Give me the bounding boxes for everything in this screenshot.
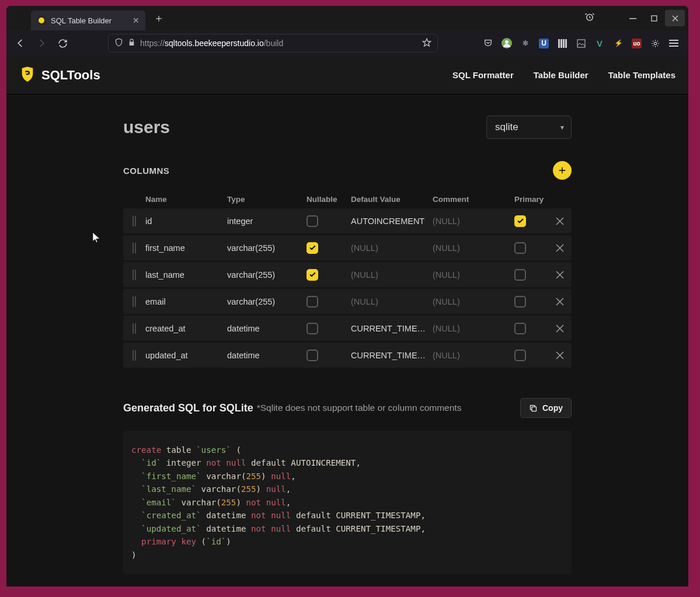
reload-button[interactable] xyxy=(54,35,71,51)
col-name-input[interactable]: id xyxy=(145,217,227,226)
bitwarden-icon[interactable]: U xyxy=(539,39,549,48)
minimize-button[interactable] xyxy=(623,10,643,26)
brand-text: SQLTools xyxy=(41,68,100,83)
svg-rect-6 xyxy=(560,39,562,48)
primary-checkbox[interactable] xyxy=(514,215,526,227)
ext-image-icon[interactable] xyxy=(576,38,586,48)
avatar-icon[interactable] xyxy=(502,38,512,48)
col-comment-input[interactable]: (NULL) xyxy=(433,297,514,306)
nav-builder[interactable]: Table Builder xyxy=(534,70,588,80)
nullable-checkbox[interactable] xyxy=(307,296,318,308)
pocket-icon[interactable] xyxy=(483,38,493,48)
col-comment-input[interactable]: (NULL) xyxy=(433,243,514,253)
tab-favicon xyxy=(37,16,46,25)
brand-logo-icon xyxy=(19,65,36,85)
add-column-button[interactable] xyxy=(553,161,572,180)
svg-rect-14 xyxy=(532,407,537,411)
brand[interactable]: SQLTools xyxy=(19,65,100,85)
devtools-icon[interactable] xyxy=(650,38,660,48)
column-row: idintegerAUTOINCREMENT(NULL) xyxy=(123,208,572,233)
col-name-input[interactable]: email xyxy=(145,297,227,306)
col-type-input[interactable]: varchar(255) xyxy=(227,270,307,280)
primary-checkbox[interactable] xyxy=(514,269,526,281)
browser-toolbar: https://sqltools.beekeeperstudio.io/buil… xyxy=(6,30,688,56)
generated-sql-title: Generated SQL for SQLite xyxy=(123,402,253,414)
svg-rect-9 xyxy=(577,40,585,47)
forward-button[interactable] xyxy=(33,35,50,51)
column-row: last_namevarchar(255)(NULL)(NULL) xyxy=(123,262,572,287)
bookmark-star-icon[interactable] xyxy=(422,38,431,49)
nav-templates[interactable]: Table Templates xyxy=(608,70,675,80)
maximize-button[interactable] xyxy=(644,10,664,26)
drag-handle-icon[interactable] xyxy=(123,350,145,361)
new-tab-button[interactable]: ＋ xyxy=(154,11,164,25)
col-default-input[interactable]: AUTOINCREMENT xyxy=(351,217,433,226)
alarm-icon[interactable] xyxy=(584,12,595,25)
app-navbar: SQLTools SQL Formatter Table Builder Tab… xyxy=(6,56,688,95)
col-type-input[interactable]: integer xyxy=(227,217,307,226)
col-type-input[interactable]: datetime xyxy=(227,324,307,333)
ext-red-icon[interactable]: ⚡ xyxy=(613,38,624,48)
primary-checkbox[interactable] xyxy=(514,323,526,334)
vue-icon[interactable]: V xyxy=(594,38,605,48)
delete-row-icon[interactable] xyxy=(548,324,572,333)
nullable-checkbox[interactable] xyxy=(307,242,318,254)
primary-checkbox[interactable] xyxy=(514,242,526,254)
col-default-input[interactable]: (NULL) xyxy=(351,297,433,306)
primary-checkbox[interactable] xyxy=(514,350,526,361)
col-default-input[interactable]: (NULL) xyxy=(351,270,433,280)
svg-rect-13 xyxy=(669,46,678,47)
delete-row-icon[interactable] xyxy=(548,298,572,306)
generated-sql-code[interactable]: create table `users` ( `id` integer not … xyxy=(123,431,572,574)
drag-handle-icon[interactable] xyxy=(123,323,145,334)
col-default-input[interactable]: (NULL) xyxy=(351,243,433,253)
gnome-icon[interactable]: ✻ xyxy=(520,38,531,48)
drag-handle-icon[interactable] xyxy=(123,296,145,307)
col-type-input[interactable]: varchar(255) xyxy=(227,243,307,253)
hamburger-menu-icon[interactable] xyxy=(668,38,679,48)
svg-rect-7 xyxy=(563,39,565,48)
address-bar[interactable]: https://sqltools.beekeeperstudio.io/buil… xyxy=(108,34,438,53)
back-button[interactable] xyxy=(12,35,29,51)
shield-icon xyxy=(114,38,123,48)
col-name-input[interactable]: updated_at xyxy=(145,351,227,360)
lock-icon xyxy=(128,39,135,48)
svg-rect-5 xyxy=(558,39,560,48)
col-comment-input[interactable]: (NULL) xyxy=(433,351,514,360)
nav-formatter[interactable]: SQL Formatter xyxy=(452,70,514,80)
nullable-checkbox[interactable] xyxy=(307,269,318,281)
delete-row-icon[interactable] xyxy=(548,351,572,359)
nullable-checkbox[interactable] xyxy=(307,323,318,334)
col-comment-input[interactable]: (NULL) xyxy=(433,270,514,280)
window-close-button[interactable] xyxy=(665,10,685,26)
svg-rect-8 xyxy=(565,39,567,48)
tab-close-icon[interactable]: ✕ xyxy=(133,16,140,25)
delete-row-icon[interactable] xyxy=(548,217,572,225)
col-name-input[interactable]: last_name xyxy=(145,270,227,280)
ext-grid-icon[interactable] xyxy=(557,38,567,48)
drag-handle-icon[interactable] xyxy=(123,243,145,253)
col-default-input[interactable]: CURRENT_TIMES… xyxy=(351,324,433,333)
svg-point-4 xyxy=(505,40,509,44)
col-name-input[interactable]: first_name xyxy=(145,243,227,253)
delete-row-icon[interactable] xyxy=(548,271,572,279)
col-default-input[interactable]: CURRENT_TIMES… xyxy=(351,351,433,360)
col-comment-input[interactable]: (NULL) xyxy=(433,217,514,226)
drag-handle-icon[interactable] xyxy=(123,216,145,226)
tab-title: SQL Table Builder xyxy=(51,16,112,25)
primary-checkbox[interactable] xyxy=(514,296,526,308)
nullable-checkbox[interactable] xyxy=(307,350,318,361)
delete-row-icon[interactable] xyxy=(548,244,572,252)
ublock-icon[interactable]: uo xyxy=(632,39,642,48)
col-comment-input[interactable]: (NULL) xyxy=(433,324,514,333)
browser-tab[interactable]: SQL Table Builder ✕ xyxy=(31,11,145,30)
col-name-input[interactable]: created_at xyxy=(145,324,227,333)
svg-rect-11 xyxy=(669,40,678,41)
table-name-input[interactable]: users xyxy=(123,117,170,137)
copy-button[interactable]: Copy xyxy=(520,398,572,418)
col-type-input[interactable]: varchar(255) xyxy=(227,297,307,306)
drag-handle-icon[interactable] xyxy=(123,270,145,280)
col-type-input[interactable]: datetime xyxy=(227,351,307,360)
dialect-select[interactable]: sqlite ▼ xyxy=(486,116,572,139)
nullable-checkbox[interactable] xyxy=(307,215,318,227)
